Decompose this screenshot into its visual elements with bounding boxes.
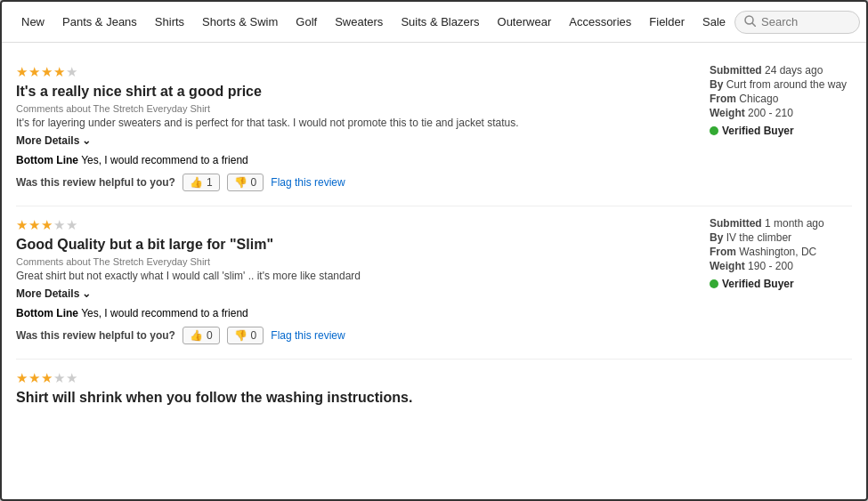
star-2: ★: [28, 64, 40, 80]
nav-item-suits-blazers[interactable]: Suits & Blazers: [392, 2, 488, 42]
review-1-submitted: Submitted 24 days ago: [710, 64, 852, 77]
review-1-flag[interactable]: Flag this review: [271, 176, 345, 189]
review-1-weight: Weight 200 - 210: [710, 107, 852, 119]
review-2: ★ ★ ★ ★ ★ Good Quality but a bit large f…: [16, 206, 852, 360]
star-1: ★: [16, 64, 28, 80]
nav-item-shirts[interactable]: Shirts: [146, 2, 193, 42]
review-2-submitted: Submitted 1 month ago: [710, 217, 852, 230]
review-2-bottom-line: Bottom Line Yes, I would recommend to a …: [16, 307, 852, 319]
review-3-title: Shirt will shrink when you follow the wa…: [16, 390, 852, 406]
nav-item-outerwear[interactable]: Outerwear: [489, 2, 561, 42]
review-1-thumbs-down[interactable]: 👎 0: [227, 174, 264, 191]
review-2-weight: Weight 190 - 200: [710, 260, 852, 272]
review-2-thumbs-up[interactable]: 👍 0: [183, 327, 220, 344]
star-5: ★: [66, 64, 77, 80]
nav-item-sweaters[interactable]: Sweaters: [326, 2, 392, 42]
review-1: ★ ★ ★ ★ ★ It's a really nice shirt at a …: [16, 53, 852, 206]
star-3: ★: [41, 370, 53, 386]
thumbs-up-icon: 👍: [190, 176, 203, 189]
nav-item-shorts-swim[interactable]: Shorts & Swim: [193, 2, 287, 42]
review-1-helpful-label: Was this review helpful to you?: [16, 176, 175, 189]
star-5: ★: [66, 370, 77, 386]
review-2-flag[interactable]: Flag this review: [271, 329, 345, 342]
reviews-content: ★ ★ ★ ★ ★ It's a really nice shirt at a …: [2, 43, 866, 499]
review-2-verified: Verified Buyer: [710, 278, 852, 290]
browser-frame: New Pants & Jeans Shirts Shorts & Swim G…: [0, 0, 868, 501]
star-1: ★: [16, 217, 28, 233]
review-2-from: From Washington, DC: [710, 246, 852, 258]
verified-dot-icon: [710, 279, 718, 288]
review-1-bottom-line: Bottom Line Yes, I would recommend to a …: [16, 154, 852, 166]
star-2: ★: [28, 217, 40, 233]
star-5: ★: [66, 217, 77, 233]
search-bar[interactable]: [734, 11, 860, 34]
review-2-helpful-label: Was this review helpful to you?: [16, 329, 175, 342]
nav-item-accessories[interactable]: Accessories: [560, 2, 640, 42]
review-1-by: By Curt from around the way: [710, 78, 852, 91]
nav-item-pants-jeans[interactable]: Pants & Jeans: [53, 2, 146, 42]
review-1-verified: Verified Buyer: [710, 125, 852, 137]
search-input[interactable]: [761, 15, 850, 28]
star-3: ★: [41, 64, 53, 80]
review-1-thumbs-up[interactable]: 👍 1: [183, 174, 220, 191]
nav-item-sale[interactable]: Sale: [694, 2, 734, 42]
review-1-from: From Chicago: [710, 93, 852, 105]
star-3: ★: [41, 217, 53, 233]
nav-item-new[interactable]: New: [12, 2, 53, 42]
verified-dot-icon: [710, 126, 718, 135]
review-2-helpful-row: Was this review helpful to you? 👍 0 👎 0 …: [16, 327, 852, 344]
star-4: ★: [53, 64, 65, 80]
thumbs-up-icon: 👍: [190, 329, 203, 342]
review-1-meta: Submitted 24 days ago By Curt from aroun…: [710, 64, 852, 137]
review-1-helpful-row: Was this review helpful to you? 👍 1 👎 0 …: [16, 174, 852, 191]
star-4: ★: [53, 370, 65, 386]
nav-item-fielder[interactable]: Fielder: [640, 2, 694, 42]
review-1-body: It's for layering under sweaters and is …: [16, 117, 684, 129]
star-1: ★: [16, 370, 28, 386]
review-2-by: By IV the climber: [710, 231, 852, 244]
search-icon: [744, 15, 756, 29]
thumbs-down-icon: 👎: [234, 329, 247, 342]
nav-item-golf[interactable]: Golf: [287, 2, 326, 42]
review-2-body: Great shirt but not exactly what I would…: [16, 270, 684, 282]
star-2: ★: [28, 370, 40, 386]
main-nav: New Pants & Jeans Shirts Shorts & Swim G…: [2, 2, 866, 43]
svg-line-1: [752, 23, 756, 27]
thumbs-down-icon: 👎: [234, 176, 247, 189]
review-3-stars: ★ ★ ★ ★ ★: [16, 370, 852, 386]
star-4: ★: [53, 217, 65, 233]
review-3: ★ ★ ★ ★ ★ Shirt will shrink when you fol…: [16, 360, 852, 424]
chevron-down-icon: ⌄: [82, 134, 91, 147]
chevron-down-icon: ⌄: [82, 287, 91, 300]
review-2-thumbs-down[interactable]: 👎 0: [227, 327, 264, 344]
review-2-meta: Submitted 1 month ago By IV the climber …: [710, 217, 852, 290]
